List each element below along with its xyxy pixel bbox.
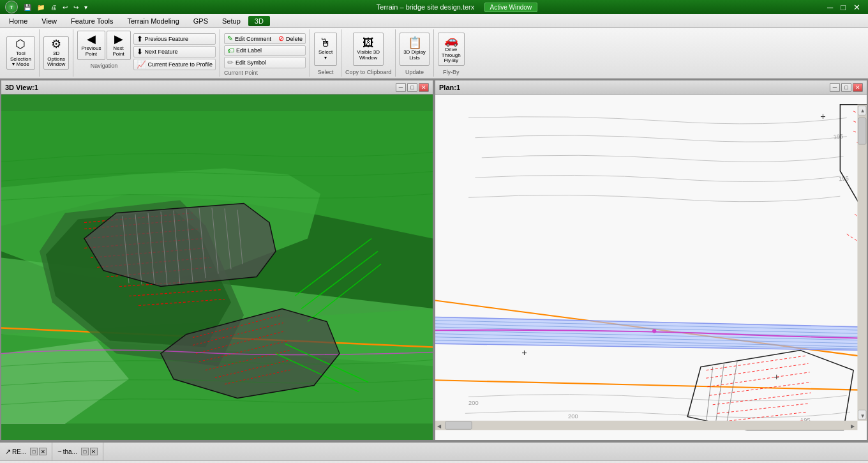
update-group-label: Update [405,68,424,75]
menu-terrain-modeling[interactable]: Terrain Modeling [121,16,185,26]
svg-text:◀: ◀ [437,423,442,429]
edit-symbol-label: Edit Symbol [236,59,266,66]
tha-tab-ctrl1[interactable]: □ [81,448,89,455]
view-plan-title: Plan:1 [439,84,460,91]
prev-feature-icon: ⬆ [137,34,143,43]
copy-group-label: Copy to Clipboard [345,68,391,75]
select-label: Select▾ [318,50,333,61]
tool-selection-label: ToolSelection▾ Mode [10,51,31,68]
next-feature-button[interactable]: ⬇ Next Feature [133,46,216,57]
re-tab-ctrl1[interactable]: □ [30,448,38,455]
title-bar: T 💾 📁 🖨 ↩ ↪ ▾ Terrain – bridge site desi… [0,0,868,14]
delete-label: Delete [286,36,303,42]
re-tab-icon: ↗ [5,448,11,456]
menu-bar: Home View Feature Tools Terrain Modeling… [0,14,868,28]
drive-through-label: DriveThroughFly-By [442,47,461,64]
app-title: Terrain – bridge site design.terx [377,3,474,11]
folder-icon[interactable]: 📁 [35,4,47,11]
toolbar-group-navigation: ◀ PreviousPoint ▶ NextPoint Navigation ⬆… [73,29,220,77]
edit-comment-label: Edit Comment [235,36,271,42]
svg-text:+: + [521,347,527,358]
prev-point-label: PreviousPoint [81,46,101,57]
visible-3d-window-label: Visible 3DWindow [357,50,380,61]
svg-text:200: 200 [568,413,578,420]
view-3d-canvas[interactable] [1,95,433,440]
tool-selection-button[interactable]: ⬡ ToolSelection▾ Mode [6,36,35,70]
svg-text:195: 195 [833,133,843,140]
view-plan: Plan:1 ─ □ ✕ [434,79,868,441]
menu-setup[interactable]: Setup [216,16,247,26]
drive-through-button[interactable]: 🚗 DriveThroughFly-By [438,33,465,66]
3d-display-lists-icon: 📋 [408,37,422,49]
svg-rect-99 [858,118,865,145]
tha-tab-ctrl2[interactable]: ✕ [90,448,98,455]
view-plan-header: Plan:1 ─ □ ✕ [435,80,867,95]
view-3d-maximize[interactable]: □ [407,83,417,92]
next-point-button[interactable]: ▶ NextPoint [107,31,131,60]
maximize-button[interactable]: □ [838,3,848,12]
undo-icon[interactable]: ↩ [61,4,70,11]
next-feature-icon: ⬇ [137,47,143,56]
3d-display-lists-label: 3D DiplayLists [403,50,426,61]
view-3d-title: 3D View:1 [5,84,38,91]
svg-rect-103 [445,421,472,429]
menu-feature-tools[interactable]: Feature Tools [64,16,119,26]
view-plan-maximize[interactable]: □ [841,83,851,92]
view-plan-canvas[interactable]: 195 195 200 200 195 + + + [435,95,867,440]
view-plan-minimize[interactable]: ─ [830,83,840,92]
menu-gps[interactable]: GPS [187,16,214,26]
menu-home[interactable]: Home [3,16,34,26]
view-3d-minimize[interactable]: ─ [396,83,406,92]
edit-comment-button[interactable]: ✎ Edit Comment ⊘ Delete [224,33,306,44]
select-button[interactable]: 🖱 Select▾ [314,33,337,66]
edit-symbol-button[interactable]: ✏ Edit Symbol [224,57,306,68]
redo-icon[interactable]: ↪ [71,4,80,11]
menu-3d[interactable]: 3D [248,16,270,26]
toolbar-group-3d-options: ⚙ 3DOptionsWindow [40,29,73,77]
edit-comment-icon: ✎ [227,34,233,43]
terrain-3d-svg [1,95,433,440]
view-3d-header: 3D View:1 ─ □ ✕ [1,80,433,95]
edit-label-label: Edit Label [236,47,262,54]
3d-display-lists-button[interactable]: 📋 3D DiplayLists [400,33,430,66]
prev-feature-button[interactable]: ⬆ Previous Feature [133,33,216,45]
view-3d-controls: ─ □ ✕ [396,83,429,92]
app-logo: T [5,1,18,13]
prev-feature-label: Previous Feature [145,36,189,42]
svg-text:▶: ▶ [851,423,855,429]
status-bar: ↗ 〜 ▭ ⊞ ⬡ ⛰ 📍 ⊞ 468.300 468.300 492.850 … [0,460,868,463]
svg-text:▲: ▲ [860,107,865,114]
delete-icon: ⊘ [278,34,284,43]
edit-label-button[interactable]: 🏷 Edit Label [224,45,306,56]
print-icon[interactable]: 🖨 [49,4,59,11]
view-plan-controls: ─ □ ✕ [830,83,863,92]
current-feature-profile-label: Current Feature to Profile [148,61,213,68]
tha-tab-label: tha... [63,448,77,455]
tha-tab-icon: ~ [57,448,61,455]
minimize-button[interactable]: ─ [825,3,835,12]
prev-point-button[interactable]: ◀ PreviousPoint [77,31,105,60]
menu-view[interactable]: View [35,16,63,26]
bottom-tab-re[interactable]: ↗ RE... □ ✕ [0,443,52,460]
current-feature-profile-icon: 📈 [137,60,146,69]
menu-icon[interactable]: ▾ [82,4,89,11]
view-plan-close[interactable]: ✕ [853,83,863,92]
bottom-panel: ↗ RE... □ ✕ ~ tha... □ ✕ [0,441,868,460]
current-point-label: Current Point [224,68,258,76]
re-tab-ctrl2[interactable]: ✕ [39,448,47,455]
plan-view-svg: 195 195 200 200 195 + + + [435,95,867,440]
view-3d-close[interactable]: ✕ [419,83,429,92]
bottom-tab-tha[interactable]: ~ tha... □ ✕ [52,443,103,460]
close-button[interactable]: ✕ [851,3,863,12]
3d-options-button[interactable]: ⚙ 3DOptionsWindow [43,36,69,70]
navigation-label: Navigation [91,61,118,69]
current-feature-profile-button[interactable]: 📈 Current Feature to Profile [133,59,216,70]
svg-point-66 [652,329,656,333]
3d-options-icon: ⚙ [51,38,61,50]
main-content: 3D View:1 ─ □ ✕ [0,79,868,441]
visible-3d-window-button[interactable]: 🖼 Visible 3DWindow [353,33,384,66]
select-group-label: Select [318,68,334,75]
toolbar-group-flyby: 🚗 DriveThroughFly-By Fly-By [434,29,468,77]
select-icon: 🖱 [320,37,331,49]
save-icon[interactable]: 💾 [22,4,33,11]
